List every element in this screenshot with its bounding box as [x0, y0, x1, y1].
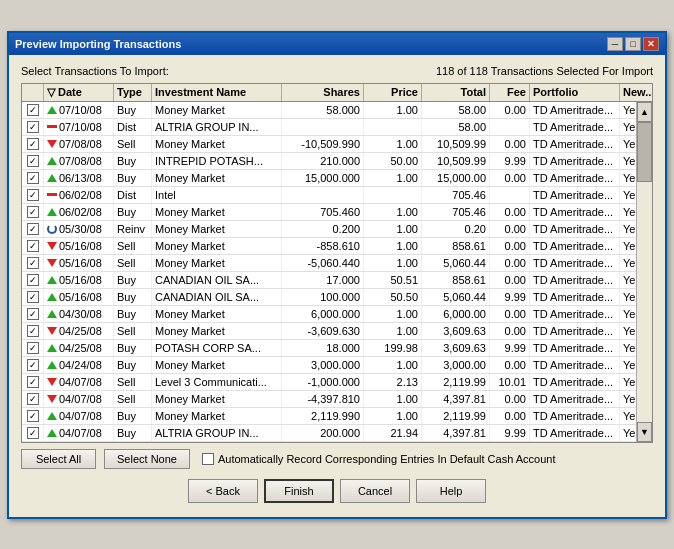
table-row[interactable]: 04/07/08BuyALTRIA GROUP IN...200.00021.9… — [22, 425, 636, 442]
table-row[interactable]: 04/25/08SellMoney Market-3,609.6301.003,… — [22, 323, 636, 340]
auto-record-label[interactable]: Automatically Record Corresponding Entri… — [202, 453, 556, 465]
table-row[interactable]: 05/16/08SellMoney Market-858.6101.00858.… — [22, 238, 636, 255]
row-investment: CANADIAN OIL SA... — [152, 272, 282, 288]
arrow-down-icon — [47, 378, 57, 386]
col-date-header[interactable]: ▽ Date — [44, 84, 114, 101]
row-shares — [282, 119, 364, 135]
row-fee: 0.00 — [490, 391, 530, 407]
table-row[interactable]: 06/13/08BuyMoney Market15,000.0001.0015,… — [22, 170, 636, 187]
back-button[interactable]: < Back — [188, 479, 258, 503]
row-price: 21.94 — [364, 425, 422, 441]
row-checkbox[interactable] — [22, 255, 44, 271]
table-row[interactable]: 05/16/08BuyCANADIAN OIL SA...17.00050.51… — [22, 272, 636, 289]
table-row[interactable]: 07/10/08DistALTRIA GROUP IN...58.00TD Am… — [22, 119, 636, 136]
row-checkbox[interactable] — [22, 153, 44, 169]
minimize-button[interactable]: ─ — [607, 37, 623, 51]
row-type: Sell — [114, 391, 152, 407]
row-fee: 0.00 — [490, 306, 530, 322]
table-row[interactable]: 04/25/08BuyPOTASH CORP SA...18.000199.98… — [22, 340, 636, 357]
select-none-button[interactable]: Select None — [104, 449, 190, 469]
title-bar: Preview Importing Transactions ─ □ ✕ — [9, 33, 665, 55]
select-all-button[interactable]: Select All — [21, 449, 96, 469]
table-body[interactable]: 07/10/08BuyMoney Market58.0001.0058.000.… — [22, 102, 636, 442]
row-investment: Level 3 Communicati... — [152, 374, 282, 390]
table-row[interactable]: 05/16/08SellMoney Market-5,060.4401.005,… — [22, 255, 636, 272]
cancel-button[interactable]: Cancel — [340, 479, 410, 503]
arrow-down-icon — [47, 395, 57, 403]
row-checkbox[interactable] — [22, 374, 44, 390]
table-header-row: ▽ Date Type Investment Name Shares Price… — [22, 84, 652, 102]
col-investment-header: Investment Name — [152, 84, 282, 101]
table-row[interactable]: 06/02/08DistIntel705.46TD Ameritrade...Y… — [22, 187, 636, 204]
table-row[interactable]: 07/10/08BuyMoney Market58.0001.0058.000.… — [22, 102, 636, 119]
row-date: 04/30/08 — [44, 306, 114, 322]
row-total: 0.20 — [422, 221, 490, 237]
row-price — [364, 187, 422, 203]
table-row[interactable]: 07/08/08SellMoney Market-10,509.9901.001… — [22, 136, 636, 153]
row-total: 3,609.63 — [422, 340, 490, 356]
row-fee: 0.00 — [490, 238, 530, 254]
row-price: 1.00 — [364, 306, 422, 322]
help-button[interactable]: Help — [416, 479, 486, 503]
row-total: 10,509.99 — [422, 153, 490, 169]
row-type: Dist — [114, 119, 152, 135]
table-row[interactable]: 05/30/08ReinvMoney Market0.2001.000.200.… — [22, 221, 636, 238]
row-checkbox[interactable] — [22, 170, 44, 186]
row-shares: 18.000 — [282, 340, 364, 356]
row-date: 06/13/08 — [44, 170, 114, 186]
row-total: 15,000.00 — [422, 170, 490, 186]
row-portfolio: TD Ameritrade... — [530, 374, 620, 390]
row-checkbox[interactable] — [22, 408, 44, 424]
row-checkbox[interactable] — [22, 340, 44, 356]
row-new: Yes... — [620, 306, 636, 322]
auto-record-checkbox[interactable] — [202, 453, 214, 465]
row-checkbox[interactable] — [22, 221, 44, 237]
row-checkbox[interactable] — [22, 323, 44, 339]
row-checkbox[interactable] — [22, 204, 44, 220]
table-row[interactable]: 04/07/08BuyMoney Market2,119.9901.002,11… — [22, 408, 636, 425]
row-price: 1.00 — [364, 238, 422, 254]
table-row[interactable]: 04/30/08BuyMoney Market6,000.0001.006,00… — [22, 306, 636, 323]
close-button[interactable]: ✕ — [643, 37, 659, 51]
finish-button[interactable]: Finish — [264, 479, 334, 503]
table-row[interactable]: 04/07/08SellMoney Market-4,397.8101.004,… — [22, 391, 636, 408]
col-portfolio-header: Portfolio — [530, 84, 620, 101]
row-price: 1.00 — [364, 221, 422, 237]
table-row[interactable]: 04/24/08BuyMoney Market3,000.0001.003,00… — [22, 357, 636, 374]
row-investment: CANADIAN OIL SA... — [152, 289, 282, 305]
arrow-up-icon — [47, 344, 57, 352]
table-row[interactable]: 04/07/08SellLevel 3 Communicati...-1,000… — [22, 374, 636, 391]
row-checkbox[interactable] — [22, 272, 44, 288]
table-row[interactable]: 06/02/08BuyMoney Market705.4601.00705.46… — [22, 204, 636, 221]
maximize-button[interactable]: □ — [625, 37, 641, 51]
row-checkbox[interactable] — [22, 289, 44, 305]
row-checkbox[interactable] — [22, 357, 44, 373]
row-fee: 0.00 — [490, 272, 530, 288]
row-new: Yes... — [620, 153, 636, 169]
row-checkbox[interactable] — [22, 136, 44, 152]
row-shares: 3,000.000 — [282, 357, 364, 373]
row-checkbox[interactable] — [22, 187, 44, 203]
arrow-up-icon — [47, 293, 57, 301]
row-checkbox[interactable] — [22, 102, 44, 118]
row-checkbox[interactable] — [22, 391, 44, 407]
row-portfolio: TD Ameritrade... — [530, 153, 620, 169]
row-portfolio: TD Ameritrade... — [530, 255, 620, 271]
row-type: Sell — [114, 238, 152, 254]
table-row[interactable]: 07/08/08BuyINTREPID POTASH...210.00050.0… — [22, 153, 636, 170]
scrollbar[interactable]: ▲ ▼ — [636, 102, 652, 442]
row-checkbox[interactable] — [22, 306, 44, 322]
row-investment: Money Market — [152, 306, 282, 322]
row-checkbox[interactable] — [22, 425, 44, 441]
row-total: 4,397.81 — [422, 425, 490, 441]
row-new: Yes... — [620, 391, 636, 407]
row-total: 5,060.44 — [422, 255, 490, 271]
col-type-header: Type — [114, 84, 152, 101]
row-shares: 200.000 — [282, 425, 364, 441]
row-date: 05/30/08 — [44, 221, 114, 237]
row-portfolio: TD Ameritrade... — [530, 119, 620, 135]
row-checkbox[interactable] — [22, 238, 44, 254]
table-row[interactable]: 05/16/08BuyCANADIAN OIL SA...100.00050.5… — [22, 289, 636, 306]
row-checkbox[interactable] — [22, 119, 44, 135]
row-date: 06/02/08 — [44, 187, 114, 203]
